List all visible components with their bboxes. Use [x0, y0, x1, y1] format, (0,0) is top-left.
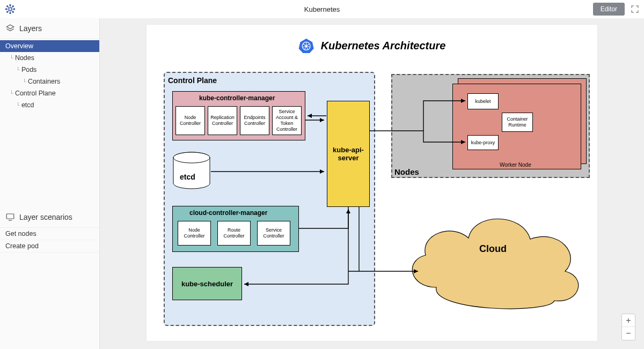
cloud-label: Cloud — [479, 243, 507, 255]
layers-header: Layers — [0, 18, 99, 39]
etcd-cylinder-icon — [172, 151, 211, 191]
diagram-title-text: Kubernetes Architecture — [321, 40, 446, 52]
editor-button[interactable]: Editor — [593, 3, 625, 16]
canvas-area[interactable]: Kubernetes Architecture Control Plane ku… — [100, 18, 644, 349]
scenarios-header-label: Layer scenarios — [19, 213, 72, 221]
container-runtime-box: Container Runtime — [502, 113, 533, 132]
svg-point-5 — [7, 6, 8, 7]
tree-item-containers[interactable]: Containers — [0, 76, 99, 87]
ccm-node-controller: Node Controller — [178, 221, 211, 246]
tree-item-pods[interactable]: Pods — [0, 64, 99, 76]
layers-icon — [5, 24, 15, 33]
svg-point-3 — [5, 9, 6, 10]
kube-scheduler-box: kube-scheduler — [172, 267, 242, 300]
app-logo-icon — [4, 3, 16, 15]
zoom-controls: + − — [621, 314, 635, 340]
scenarios-header: Layer scenarios — [0, 207, 99, 228]
sidebar: Layers Overview Nodes Pods Containers Co… — [0, 18, 100, 349]
kcm-label: kube-controller-manager — [199, 94, 275, 102]
svg-rect-18 — [6, 214, 14, 219]
svg-point-6 — [12, 11, 13, 12]
kcm-replication-controller: Replication Controller — [208, 106, 237, 135]
kubelet-box: kubelet — [467, 93, 499, 109]
kubernetes-logo-icon — [298, 38, 314, 54]
kube-api-server-box: kube-api-server — [327, 101, 370, 207]
kcm-node-controller: Node Controller — [175, 106, 205, 135]
layers-header-label: Layers — [19, 24, 42, 33]
layers-tree: Overview Nodes Pods Containers Control P… — [0, 39, 99, 112]
kube-proxy-box: kube-proxy — [467, 135, 499, 150]
diagram-canvas: Kubernetes Architecture Control Plane ku… — [147, 25, 597, 341]
cloud-shape-icon — [399, 196, 587, 314]
svg-point-31 — [173, 152, 210, 163]
ccm-service-controller: Service Controller — [257, 221, 290, 246]
svg-point-4 — [13, 9, 14, 10]
nodes-label: Nodes — [394, 167, 419, 176]
topbar: Kubernetes Editor — [0, 0, 644, 18]
ccm-label: cloud-controller-manager — [189, 209, 267, 217]
svg-point-7 — [7, 11, 8, 12]
scenario-get-nodes[interactable]: Get nodes — [0, 228, 99, 240]
control-plane-label: Control Plane — [168, 76, 217, 85]
kube-api-server-label: kube-api-server — [327, 146, 369, 162]
svg-point-8 — [12, 6, 13, 7]
svg-line-13 — [8, 7, 10, 9]
svg-line-14 — [11, 10, 13, 12]
kcm-service-account-controller: Service Account & Token Controller — [272, 106, 302, 135]
zoom-in-button[interactable]: + — [622, 314, 635, 327]
tree-item-nodes[interactable]: Nodes — [0, 52, 99, 64]
fullscreen-icon[interactable] — [630, 4, 640, 14]
zoom-out-button[interactable]: − — [622, 327, 635, 340]
monitor-icon — [5, 212, 15, 222]
tree-item-etcd[interactable]: etcd — [0, 99, 99, 111]
diagram-title: Kubernetes Architecture — [298, 38, 446, 54]
svg-line-16 — [11, 7, 13, 9]
scenario-create-pod[interactable]: Create pod — [0, 240, 99, 253]
kcm-endpoints-controller: Endpoints Controller — [240, 106, 269, 135]
kube-scheduler-label: kube-scheduler — [181, 280, 233, 288]
etcd-label: etcd — [180, 173, 195, 181]
svg-line-15 — [8, 10, 10, 12]
svg-point-1 — [10, 4, 11, 5]
svg-point-2 — [10, 12, 11, 13]
page-title: Kubernetes — [304, 5, 340, 13]
tree-item-overview[interactable]: Overview — [0, 40, 99, 52]
svg-marker-17 — [6, 25, 14, 29]
worker-node-label: Worker Node — [500, 162, 531, 168]
tree-item-control-plane[interactable]: Control Plane — [0, 87, 99, 99]
ccm-route-controller: Route Controller — [217, 221, 251, 246]
svg-point-29 — [305, 45, 308, 47]
